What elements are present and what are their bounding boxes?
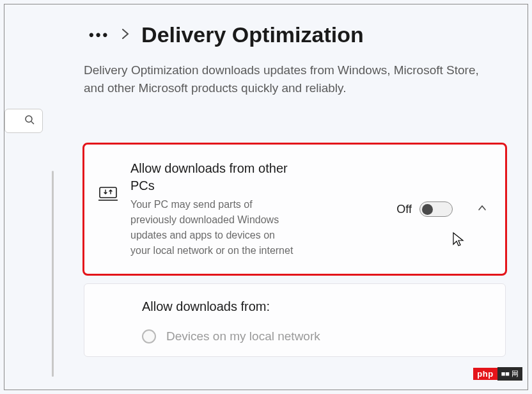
scrollbar[interactable] xyxy=(52,171,54,377)
chevron-up-icon[interactable] xyxy=(477,203,487,216)
page-description: Delivery Optimization downloads updates … xyxy=(4,47,528,97)
allow-downloads-row[interactable]: Allow downloads from other PCs Your PC m… xyxy=(84,145,505,274)
search-input[interactable] xyxy=(4,109,43,133)
search-icon xyxy=(24,114,35,127)
sub-section-title: Allow downloads from: xyxy=(142,299,487,314)
allow-downloads-from-card: Allow downloads from: Devices on my loca… xyxy=(84,283,506,357)
svg-rect-2 xyxy=(100,187,116,198)
toggle-state-label: Off xyxy=(396,203,412,216)
delivery-optimization-icon xyxy=(97,185,119,202)
chevron-right-icon xyxy=(121,27,130,43)
svg-line-1 xyxy=(31,122,34,124)
toggle-group: Off xyxy=(396,201,453,217)
breadcrumb-more-icon[interactable]: ••• xyxy=(89,27,109,43)
watermark-left: php xyxy=(473,368,497,380)
radio-label: Devices on my local network xyxy=(166,329,320,343)
allow-downloads-toggle[interactable] xyxy=(419,201,453,217)
setting-text-block: Allow downloads from other PCs Your PC m… xyxy=(130,160,297,258)
watermark: php ■■ 网 xyxy=(473,367,522,381)
setting-title: Allow downloads from other PCs xyxy=(130,160,297,194)
radio-option-local-network[interactable]: Devices on my local network xyxy=(142,329,487,343)
breadcrumb: ••• Delivery Optimization xyxy=(4,4,528,47)
page-title: Delivery Optimization xyxy=(141,22,364,47)
settings-cards: Allow downloads from other PCs Your PC m… xyxy=(84,144,506,357)
sub-section: Allow downloads from: Devices on my loca… xyxy=(84,284,505,356)
setting-description: Your PC may send parts of previously dow… xyxy=(130,197,297,258)
settings-window: ••• Delivery Optimization Delivery Optim… xyxy=(4,4,528,390)
watermark-right: ■■ 网 xyxy=(497,367,522,381)
svg-point-0 xyxy=(26,116,32,122)
toggle-knob xyxy=(422,204,433,215)
allow-downloads-card: Allow downloads from other PCs Your PC m… xyxy=(84,144,506,274)
radio-icon xyxy=(142,329,156,343)
